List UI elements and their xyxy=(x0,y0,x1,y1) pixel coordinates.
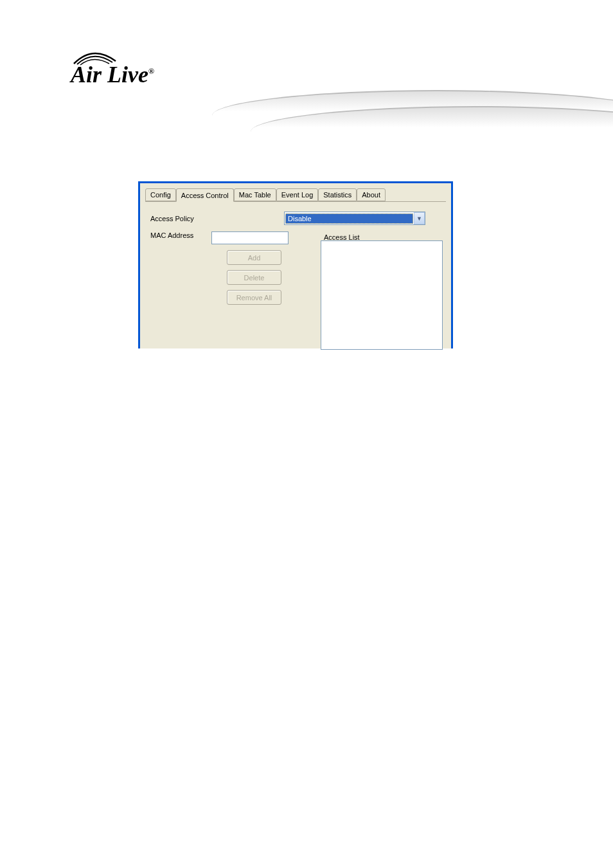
access-list[interactable] xyxy=(321,240,443,350)
add-button[interactable]: Add xyxy=(227,250,281,265)
config-window: Config Access Control Mac Table Event Lo… xyxy=(138,181,453,348)
logo: Air Live® xyxy=(71,61,154,88)
mac-address-label: MAC Address xyxy=(150,231,211,239)
access-policy-value: Disable xyxy=(285,213,413,224)
delete-button[interactable]: Delete xyxy=(227,270,281,285)
logo-text: Air Live® xyxy=(71,62,154,87)
access-policy-dropdown[interactable]: Disable ▼ xyxy=(284,212,425,225)
tab-config[interactable]: Config xyxy=(145,188,176,201)
mac-address-input[interactable] xyxy=(211,231,289,244)
tab-event-log[interactable]: Event Log xyxy=(276,188,319,201)
tab-bar: Config Access Control Mac Table Event Lo… xyxy=(140,183,451,201)
tab-about[interactable]: About xyxy=(357,188,386,201)
header-decoration xyxy=(212,90,613,135)
remove-all-button[interactable]: Remove All xyxy=(227,290,281,305)
tab-access-control[interactable]: Access Control xyxy=(176,188,234,202)
tab-content: Access Policy Disable ▼ MAC Address Acce… xyxy=(145,201,446,348)
tab-statistics[interactable]: Statistics xyxy=(318,188,357,201)
tab-mac-table[interactable]: Mac Table xyxy=(234,188,276,201)
access-policy-label: Access Policy xyxy=(150,215,211,222)
chevron-down-icon[interactable]: ▼ xyxy=(414,212,425,224)
